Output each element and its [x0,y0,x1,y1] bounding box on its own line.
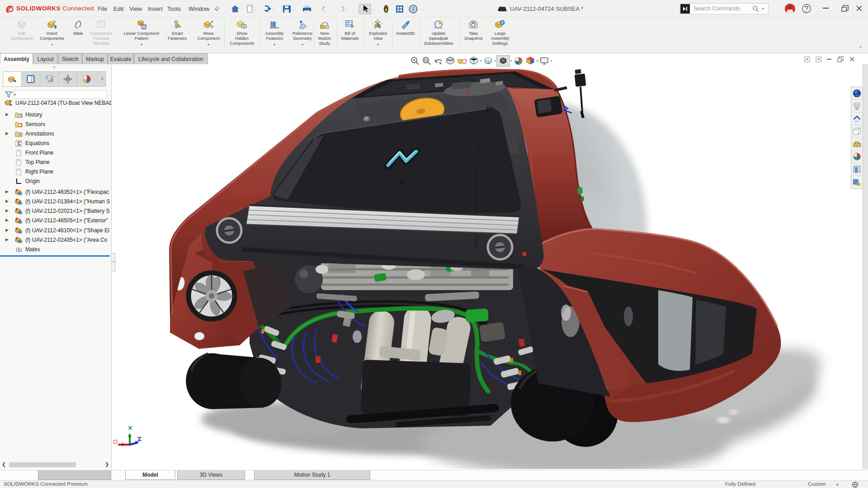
svg-text:A: A [19,133,21,136]
